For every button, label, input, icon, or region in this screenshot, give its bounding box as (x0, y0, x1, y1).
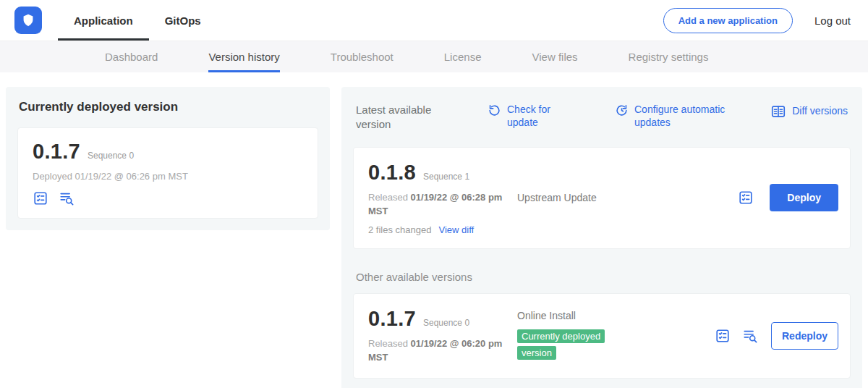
deployed-version-number: 0.1.7 (33, 140, 80, 164)
shield-icon (20, 12, 36, 28)
other-sequence-label: Sequence 0 (423, 318, 469, 328)
deploy-button[interactable]: Deploy (770, 184, 838, 211)
released-label: Released (368, 338, 408, 349)
release-notes-icon[interactable] (715, 328, 731, 344)
currently-deployed-badge: Currently deployed version (517, 329, 605, 360)
tab-view-files[interactable]: View files (532, 41, 577, 72)
latest-released-line: Released 01/19/22 @ 06:28 pm MST (368, 190, 509, 219)
view-files-icon[interactable] (59, 190, 75, 206)
auto-update-icon (615, 104, 629, 117)
view-files-icon[interactable] (742, 328, 758, 344)
other-version-info: 0.1.7 Sequence 0 Released 01/19/22 @ 06:… (368, 307, 513, 365)
diff-versions-label: Diff versions (792, 104, 848, 117)
refresh-icon (488, 104, 501, 117)
top-header: Application GitOps Add a new application… (0, 0, 868, 41)
tab-troubleshoot[interactable]: Troubleshoot (331, 41, 393, 72)
redeploy-button[interactable]: Redeploy (771, 322, 838, 350)
other-version-card: 0.1.7 Sequence 0 Released 01/19/22 @ 06:… (353, 293, 851, 379)
latest-card-actions: Deploy (738, 184, 838, 211)
latest-version-card: 0.1.8 Sequence 1 Released 01/19/22 @ 06:… (353, 147, 851, 249)
other-card-actions: Redeploy (715, 322, 838, 350)
latest-available-title: Latest available version (356, 103, 464, 132)
deployed-version-card: 0.1.7 Sequence 0 Deployed 01/19/22 @ 06:… (17, 127, 318, 219)
nav-application[interactable]: Application (58, 0, 149, 41)
top-nav: Application GitOps (58, 0, 217, 41)
tab-license[interactable]: License (444, 41, 482, 72)
other-version-number: 0.1.7 (368, 307, 416, 331)
latest-sequence-label: Sequence 1 (423, 172, 469, 182)
main-content: Currently deployed version 0.1.7 Sequenc… (0, 72, 868, 388)
add-application-button[interactable]: Add a new application (663, 8, 793, 33)
configure-updates-action[interactable]: Configure automatic updates (615, 103, 745, 129)
available-versions-panel: Latest available version Check for updat… (341, 87, 862, 388)
deployed-sequence-label: Sequence 0 (88, 151, 134, 161)
logout-link[interactable]: Log out (814, 14, 851, 27)
deployed-panel-title: Currently deployed version (19, 100, 318, 114)
available-panel-header: Latest available version Check for updat… (356, 103, 848, 132)
tab-version-history[interactable]: Version history (208, 41, 279, 72)
deployed-version-row: 0.1.7 Sequence 0 (33, 140, 303, 164)
tab-registry-settings[interactable]: Registry settings (629, 41, 709, 72)
latest-version-info: 0.1.8 Sequence 1 Released 01/19/22 @ 06:… (368, 161, 513, 235)
nav-gitops[interactable]: GitOps (149, 0, 217, 41)
status-badge-wrap: Currently deployed version (517, 329, 626, 362)
app-subnav: Dashboard Version history Troubleshoot L… (0, 41, 868, 72)
release-notes-icon[interactable] (33, 190, 48, 206)
check-for-update-action[interactable]: Check for update (488, 103, 567, 129)
view-diff-link[interactable]: View diff (438, 224, 474, 235)
deployed-card-actions (33, 190, 303, 206)
configure-updates-label: Configure automatic updates (634, 103, 737, 129)
other-source-column: Online Install Currently deployed versio… (513, 310, 715, 362)
latest-version-number: 0.1.8 (368, 161, 416, 185)
diff-versions-action[interactable]: Diff versions (770, 103, 848, 119)
check-for-update-label: Check for update (507, 103, 559, 129)
diff-versions-icon (770, 104, 786, 119)
files-changed-label: 2 files changed (368, 224, 431, 235)
released-label: Released (368, 192, 408, 203)
release-notes-icon[interactable] (738, 190, 754, 206)
latest-source-label: Upstream Update (513, 192, 738, 203)
currently-deployed-panel: Currently deployed version 0.1.7 Sequenc… (6, 87, 330, 230)
app-logo-icon (14, 7, 42, 34)
other-source-label: Online Install (517, 310, 715, 321)
other-versions-title: Other available versions (356, 271, 848, 283)
deployed-timestamp: Deployed 01/19/22 @ 06:26 pm MST (33, 171, 303, 182)
tab-dashboard[interactable]: Dashboard (105, 41, 158, 72)
other-released-line: Released 01/19/22 @ 06:20 pm MST (368, 337, 509, 365)
